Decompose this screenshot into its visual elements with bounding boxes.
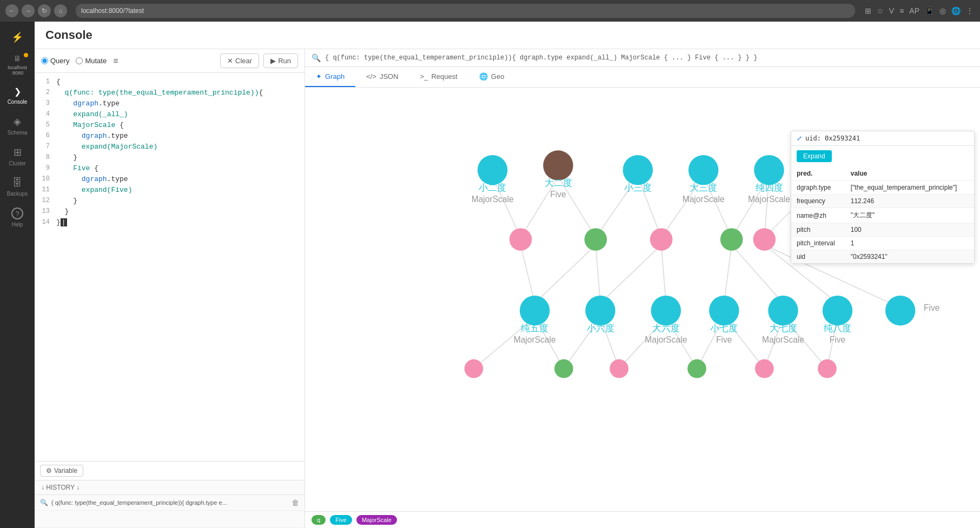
green-node-2[interactable] <box>720 228 743 251</box>
run-button[interactable]: ▶ Run <box>263 54 298 68</box>
sidebar-item-console[interactable]: ❯ Console <box>2 82 32 109</box>
popup-header: ⤢ uid: 0x2593241 <box>791 131 974 146</box>
pink-node-2[interactable] <box>650 228 673 251</box>
svg-text:小七度: 小七度 <box>710 323 738 333</box>
request-tab-label: Request <box>431 72 457 81</box>
node-xiaqidu[interactable] <box>709 296 739 325</box>
popup-pred-cell: frequency <box>791 195 845 208</box>
history-header[interactable]: ↓ HISTORY ↓ <box>35 480 304 495</box>
extension-icon-2[interactable]: V <box>888 5 895 16</box>
page-header: Console <box>35 22 980 49</box>
svg-text:纯四度: 纯四度 <box>756 182 783 193</box>
query-label: Query <box>50 57 69 65</box>
svg-text:MajorScale: MajorScale <box>683 195 725 204</box>
svg-line-13 <box>600 245 661 303</box>
popup-expand-icon: ⤢ <box>797 135 802 142</box>
sidebar-item-cluster[interactable]: ⊞ Cluster <box>2 142 32 171</box>
sidebar-item-localhost[interactable]: 🖥 localhost :8080 <box>2 50 32 80</box>
extension-icon-5[interactable]: 📱 <box>924 5 935 16</box>
menu-icon[interactable]: ⋮ <box>965 5 975 16</box>
tab-geo[interactable]: 🌐 Geo <box>468 67 515 87</box>
sidebar-label-help: Help <box>12 222 23 228</box>
history-item-text: { q(func: type(the_equal_temperament_pri… <box>51 499 288 506</box>
node-extra[interactable] <box>885 296 915 325</box>
sidebar-label-console: Console <box>8 99 28 105</box>
refresh-button[interactable]: ↻ <box>38 4 51 17</box>
svg-line-10 <box>521 245 535 303</box>
home-button[interactable]: ⌂ <box>54 4 67 17</box>
graph-canvas[interactable]: 小二度 MajorScale 大二度 Five 小三度 大三度 MajorSca… <box>305 88 980 528</box>
tab-graph[interactable]: ✦ Graph <box>305 67 355 87</box>
editor-panel: Query Mutate ≡ ✕ Clear ▶ <box>35 49 305 528</box>
main-content: Console Query Mutate <box>35 22 980 528</box>
sidebar-item-backups[interactable]: 🗄 Backups <box>2 173 32 201</box>
popup-header-pred: pred. <box>791 166 845 181</box>
variable-button[interactable]: ⚙ Variable <box>40 465 83 477</box>
forward-button[interactable]: → <box>22 4 35 17</box>
request-tab-icon: >_ <box>420 72 428 81</box>
popup-header-value: value <box>845 166 974 181</box>
sidebar-nav: ⚡ 🖥 localhost :8080 ❯ Console ◈ Schema ⊞… <box>0 22 35 528</box>
tab-request[interactable]: >_ Request <box>409 67 468 87</box>
svg-text:MajorScale: MajorScale <box>762 335 804 344</box>
popup-pred-cell: name@zh <box>791 208 845 223</box>
svg-text:大三度: 大三度 <box>690 182 717 193</box>
bottom-pink-2[interactable] <box>610 359 628 378</box>
pink-node-1[interactable] <box>509 228 532 251</box>
pink-node-3[interactable] <box>753 228 776 251</box>
bottom-green-1[interactable] <box>554 359 573 378</box>
svg-text:Five: Five <box>716 335 732 344</box>
node-chunbadu[interactable] <box>823 296 852 325</box>
code-editor[interactable]: 1 { 2 q(func: type(the_equal_temperament… <box>35 73 304 461</box>
variable-label: Variable <box>54 467 77 474</box>
console-content: Query Mutate ≡ ✕ Clear ▶ <box>35 49 980 528</box>
node-dasandu[interactable] <box>688 155 718 185</box>
svg-text:纯八度: 纯八度 <box>824 323 851 333</box>
back-button[interactable]: ← <box>5 4 18 17</box>
expand-button[interactable]: Expand <box>797 150 832 162</box>
graph-tab-icon: ✦ <box>316 72 322 81</box>
history-delete-icon[interactable]: 🗑 <box>292 498 299 507</box>
legend-majorscale-badge: MajorScale <box>356 515 397 525</box>
bottom-pink-3[interactable] <box>755 359 774 378</box>
bottom-pink-4[interactable] <box>818 359 837 378</box>
node-dalidu[interactable] <box>651 296 681 325</box>
clear-button[interactable]: ✕ Clear <box>220 54 259 68</box>
node-daerdu[interactable] <box>543 150 573 180</box>
browser-controls: ← → ↻ ⌂ <box>5 4 67 17</box>
bottom-pink-1[interactable] <box>465 359 484 378</box>
sidebar-item-schema[interactable]: ◈ Schema <box>2 111 32 140</box>
node-xiaosandu[interactable] <box>623 155 653 185</box>
sidebar-item-help[interactable]: ? Help <box>2 203 32 232</box>
status-dot <box>24 53 28 57</box>
extension-icon-1[interactable]: ⊞ <box>864 5 872 16</box>
node-xiaoedu[interactable] <box>478 155 507 185</box>
node-chunside[interactable] <box>754 155 784 185</box>
extension-icon-7[interactable]: 🌐 <box>950 5 962 16</box>
address-bar[interactable]: localhost:8000/?latest <box>76 4 855 18</box>
mutate-radio-label[interactable]: Mutate <box>76 57 107 65</box>
mutate-radio[interactable] <box>76 57 83 64</box>
green-node-1[interactable] <box>585 228 607 251</box>
extension-icon-6[interactable]: ◎ <box>938 5 947 16</box>
extension-icon-4[interactable]: AP <box>908 5 921 16</box>
node-xiaolidu[interactable] <box>585 296 615 325</box>
bottom-green-2[interactable] <box>687 359 706 378</box>
code-line: 11 expand(Five) <box>35 185 304 196</box>
extension-icon-3[interactable]: ≡ <box>898 5 905 16</box>
history-label: ↓ HISTORY ↓ <box>41 484 80 491</box>
bookmark-icon[interactable]: ☆ <box>876 5 885 16</box>
node-daqidu[interactable] <box>768 296 798 325</box>
query-radio[interactable] <box>41 57 48 64</box>
sidebar-item-logo[interactable]: ⚡ <box>2 27 32 48</box>
page-title: Console <box>45 28 969 42</box>
tab-json[interactable]: </> JSON <box>355 67 409 87</box>
history-item[interactable]: 🔍 { q(func: type(the_equal_temperament_p… <box>35 495 304 511</box>
menu-lines-icon[interactable]: ≡ <box>111 54 120 68</box>
code-line: 4 expand(_all_) <box>35 110 304 121</box>
json-tab-icon: </> <box>366 72 376 81</box>
svg-text:大七度: 大七度 <box>770 323 797 333</box>
svg-text:小三度: 小三度 <box>624 182 652 193</box>
node-chunwudu[interactable] <box>520 296 549 325</box>
query-radio-label[interactable]: Query <box>41 57 69 65</box>
